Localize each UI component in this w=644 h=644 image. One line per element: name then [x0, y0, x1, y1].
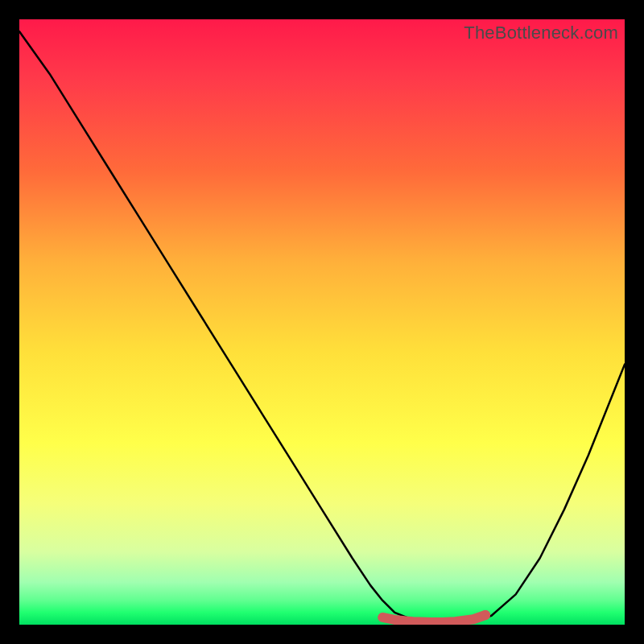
chart-container: TheBottleneck.com	[0, 0, 644, 644]
watermark-label: TheBottleneck.com	[464, 23, 618, 43]
plot-area: TheBottleneck.com	[19, 19, 625, 625]
marker-point	[481, 610, 490, 620]
series-bottleneck-curve	[19, 31, 625, 623]
chart-svg	[19, 19, 625, 625]
series-bottleneck-zone	[382, 615, 485, 622]
